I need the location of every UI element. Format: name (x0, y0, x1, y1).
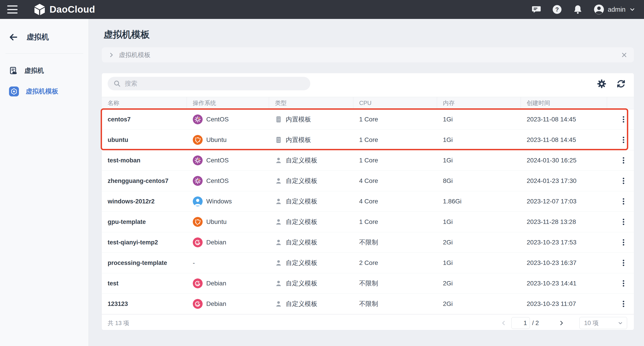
row-actions-kebab-icon[interactable] (613, 197, 634, 206)
cell-type: 自定义模板 (269, 156, 353, 165)
next-page-icon[interactable] (557, 318, 566, 327)
chevron-right-icon[interactable] (108, 51, 115, 59)
cube-logo-icon (33, 3, 46, 16)
table-row[interactable]: test-qianyi-temp2 Debian自定义模板不限制2Gi2023-… (102, 232, 634, 253)
brand-name: DaoCloud (50, 4, 95, 15)
collapse-panel-bar: 虚拟机模板 (102, 47, 634, 62)
sidebar-item-label: 虚拟机 (24, 66, 44, 75)
cell-name: processing-template (102, 259, 187, 266)
cell-name: windows-2012r2 (102, 198, 187, 205)
column-header: 创建时间 (521, 97, 607, 109)
cell-type: 自定义模板 (269, 300, 353, 308)
notification-icon[interactable] (572, 4, 583, 15)
cell-cpu: 1 Core (353, 157, 437, 164)
prev-page-icon[interactable] (499, 318, 508, 327)
cell-actions (607, 300, 634, 308)
windows-icon (193, 196, 203, 206)
cell-type: 自定义模板 (269, 238, 353, 247)
cell-cpu: 不限制 (353, 279, 437, 288)
cell-name: zhengguang-centos7 (102, 178, 187, 184)
column-header: CPU (353, 97, 437, 109)
person-icon (275, 239, 282, 246)
cell-memory: 1Gi (437, 116, 521, 123)
cell-cpu: 不限制 (353, 300, 437, 308)
main-content: 虚拟机模板 虚拟机模板 (89, 19, 644, 346)
table-row[interactable]: windows-2012r2 Windows自定义模板4 Core1.86Gi2… (102, 191, 634, 212)
sidebar-item-label: 虚拟机模板 (26, 87, 58, 96)
settings-gear-icon[interactable] (596, 79, 607, 89)
row-actions-kebab-icon[interactable] (613, 300, 634, 308)
table-row[interactable]: ubuntu Ubuntu 内置模板1 Core1Gi2023-11-08 14… (102, 130, 634, 150)
table-row[interactable]: gpu-template Ubuntu自定义模板1 Core1Gi2023-11… (102, 212, 634, 232)
message-icon[interactable] (531, 4, 542, 15)
search-input[interactable] (124, 80, 308, 87)
row-actions-kebab-icon[interactable] (613, 238, 634, 247)
cell-type: 内置模板 (269, 115, 353, 124)
row-actions-kebab-icon[interactable] (613, 136, 634, 144)
cell-cpu: 4 Core (353, 198, 437, 205)
column-header: 类型 (269, 97, 353, 109)
cell-actions (607, 259, 634, 267)
sidebar-item-vm[interactable]: 虚拟机 (0, 60, 88, 81)
row-actions-kebab-icon[interactable] (613, 279, 634, 288)
cell-name: centos7 (102, 116, 187, 123)
cell-type: 内置模板 (269, 136, 353, 144)
close-icon[interactable] (620, 51, 628, 59)
cell-os: - (187, 259, 269, 266)
cell-name: 123123 (102, 300, 187, 307)
brand-logo[interactable]: DaoCloud (33, 3, 95, 16)
table-row[interactable]: test Debian自定义模板不限制2Gi2023-10-23 14:41 (102, 273, 634, 294)
table-row[interactable]: zhengguang-centos7 CentOS自定义模板4 Core8Gi2… (102, 171, 634, 191)
cell-created: 2023-11-08 14:45 (521, 136, 607, 144)
user-menu[interactable]: admin (593, 4, 636, 15)
page-title: 虚拟机模板 (104, 28, 150, 41)
person-icon (275, 259, 282, 266)
page-input[interactable] (511, 317, 530, 329)
cell-created: 2023-10-23 11:07 (521, 300, 607, 307)
builtin-template-icon (275, 136, 282, 144)
page-size-select[interactable]: 10 项 (579, 317, 627, 329)
menu-icon[interactable] (7, 6, 18, 14)
table-row[interactable]: centos7 CentOS 内置模板1 Core1Gi2023-11-08 1… (102, 109, 634, 130)
cell-cpu: 1 Core (353, 218, 437, 225)
cell-created: 2023-10-23 14:41 (521, 280, 607, 287)
table-row[interactable]: test-moban CentOS自定义模板1 Core1Gi2024-01-3… (102, 150, 634, 171)
cell-type: 自定义模板 (269, 279, 353, 288)
sidebar-item-vm-template[interactable]: 虚拟机模板 (0, 81, 88, 102)
help-icon[interactable]: ? (552, 4, 562, 15)
cell-os: CentOS (187, 176, 269, 186)
table-row[interactable]: 123123 Debian自定义模板不限制2Gi2023-10-23 11:07 (102, 294, 634, 314)
centos-icon (193, 114, 203, 124)
cell-os: Debian (187, 278, 269, 288)
table-row[interactable]: processing-template-自定义模板2 Core1Gi2023-1… (102, 253, 634, 273)
table-toolbar (102, 73, 634, 97)
cell-memory: 2Gi (437, 280, 521, 287)
cell-created: 2023-10-23 17:53 (521, 239, 607, 246)
panel-label: 虚拟机模板 (119, 51, 150, 59)
row-actions-kebab-icon[interactable] (613, 177, 634, 185)
row-actions-kebab-icon[interactable] (613, 156, 634, 165)
avatar-icon (593, 4, 604, 15)
username: admin (608, 6, 626, 13)
cell-actions (607, 156, 634, 165)
cell-created: 2023-10-23 16:37 (521, 259, 607, 266)
cell-cpu: 2 Core (353, 259, 437, 266)
cell-memory: 1Gi (437, 259, 521, 266)
row-actions-kebab-icon[interactable] (613, 259, 634, 267)
refresh-icon[interactable] (616, 79, 626, 89)
cell-name: test (102, 280, 187, 287)
svg-text:?: ? (555, 6, 559, 13)
cell-os: Ubuntu (187, 217, 269, 227)
table-footer: 共 13 项 / 2 10 项 (102, 314, 634, 331)
row-actions-kebab-icon[interactable] (613, 218, 634, 226)
vm-icon (9, 67, 18, 75)
debian-icon (193, 299, 203, 309)
person-icon (275, 280, 282, 287)
sidebar-title: 虚拟机 (26, 32, 49, 42)
person-icon (275, 177, 282, 184)
screen: DaoCloud ? (0, 0, 644, 346)
column-header: 名称 (102, 97, 187, 109)
person-icon (275, 157, 282, 164)
back-arrow-icon[interactable] (8, 33, 18, 42)
row-actions-kebab-icon[interactable] (613, 115, 634, 124)
